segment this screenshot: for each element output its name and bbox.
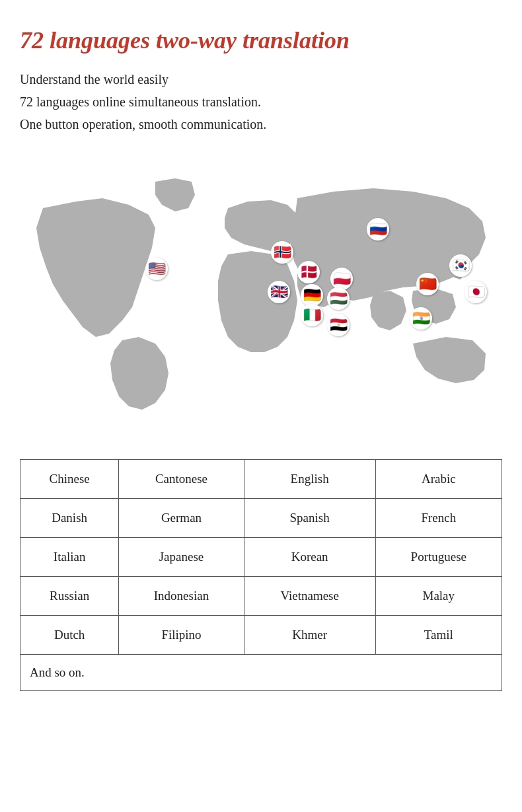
flag-hungary: 🇭🇺 — [327, 287, 350, 310]
table-row: DutchFilipinoKhmerTamil — [20, 616, 502, 655]
table-row: ItalianJapaneseKoreanPortuguese — [20, 538, 502, 577]
desc-line-1: Understand the world easily — [20, 72, 168, 87]
table-cell: Portuguese — [375, 538, 502, 577]
table-cell: English — [244, 460, 375, 499]
flag-india: 🇮🇳 — [410, 307, 432, 330]
flag-usa: 🇺🇸 — [145, 258, 168, 280]
flag-china: 🇨🇳 — [416, 273, 439, 295]
table-cell: Vietnamese — [244, 577, 375, 616]
table-row: DanishGermanSpanishFrench — [20, 499, 502, 538]
flag-egypt: 🇪🇬 — [327, 314, 350, 336]
table-row: RussianIndonesianVietnameseMalay — [20, 577, 502, 616]
table-cell: Filipino — [119, 616, 244, 655]
table-cell: Tamil — [375, 616, 502, 655]
table-row: ChineseCantoneseEnglishArabic — [20, 460, 502, 499]
table-cell: German — [119, 499, 244, 538]
table-cell: Spanish — [244, 499, 375, 538]
table-cell: Dutch — [20, 616, 119, 655]
table-cell: Malay — [375, 577, 502, 616]
languages-table: ChineseCantoneseEnglishArabicDanishGerma… — [20, 459, 502, 691]
flag-japan: 🇯🇵 — [465, 281, 487, 303]
table-cell: Khmer — [244, 616, 375, 655]
table-cell: Indonesian — [119, 577, 244, 616]
table-cell: Chinese — [20, 460, 119, 499]
table-footer-cell: And so on. — [20, 655, 502, 691]
flag-russia: 🇷🇺 — [367, 218, 389, 240]
table-cell: Russian — [20, 577, 119, 616]
flag-korea: 🇰🇷 — [449, 254, 472, 277]
flag-italy: 🇮🇹 — [301, 304, 323, 326]
table-cell: Japanese — [119, 538, 244, 577]
desc-line-3: One button operation, smooth communicati… — [20, 117, 266, 131]
flag-uk: 🇬🇧 — [268, 281, 290, 303]
flag-denmark: 🇩🇰 — [297, 261, 320, 283]
table-footer-row: And so on. — [20, 655, 502, 691]
table-cell: Danish — [20, 499, 119, 538]
page-title: 72 languages two-way translation — [20, 26, 502, 55]
table-cell: Italian — [20, 538, 119, 577]
desc-line-2: 72 languages online simultaneous transla… — [20, 94, 261, 109]
table-cell: Cantonese — [119, 460, 244, 499]
world-map-container: 🇺🇸🇷🇺🇳🇴🇩🇰🇬🇧🇩🇪🇮🇹🇵🇱🇭🇺🇪🇬🇮🇳🇨🇳🇰🇷🇯🇵 — [20, 155, 502, 433]
flag-poland: 🇵🇱 — [330, 268, 353, 290]
flag-germany: 🇩🇪 — [301, 284, 323, 307]
table-cell: Arabic — [375, 460, 502, 499]
table-cell: Korean — [244, 538, 375, 577]
table-cell: French — [375, 499, 502, 538]
page-description: Understand the world easily 72 languages… — [20, 68, 502, 135]
flag-norway: 🇳🇴 — [271, 241, 293, 264]
